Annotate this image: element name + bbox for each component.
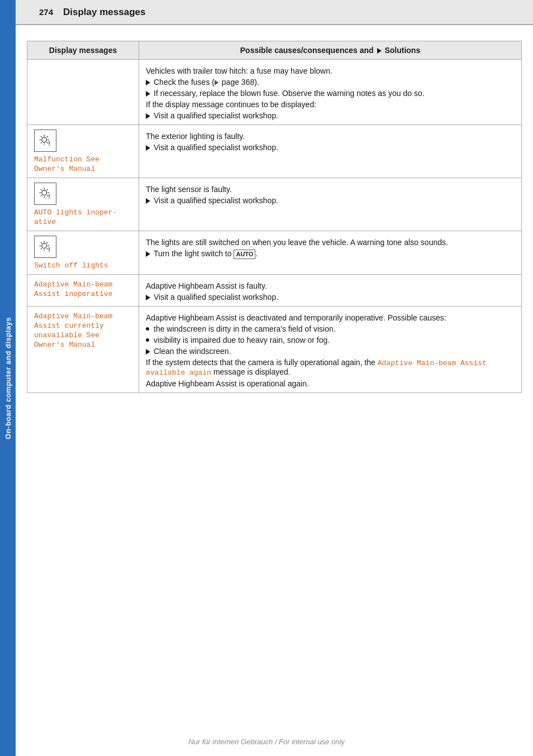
display-cell-switchOffLights: ! Switch off lights — [27, 231, 139, 275]
page-triangle-icon — [215, 80, 218, 85]
mono-switchOffLights: Switch off lights — [34, 261, 108, 270]
arrow-icon — [146, 295, 150, 300]
sidebar-label: On-board computer and displays — [4, 317, 12, 439]
arrow-icon — [146, 80, 150, 85]
para-malfunction-1: The exterior lighting is faulty. — [146, 132, 515, 141]
para-adaptiveCurr-5: If the system detects that the camera is… — [146, 358, 515, 377]
switch-off-lights-text: Switch off lights — [34, 260, 132, 270]
page-number: 274 — [39, 7, 53, 17]
svg-text:!: ! — [48, 140, 50, 147]
malfunction-text: Malfunction SeeOwner's Manual — [34, 154, 132, 173]
para-trailerFuse-3: If necessary, replace the blown fuse. Ob… — [146, 89, 515, 98]
para-adaptiveCurr-1: Adaptive Highbeam Assist is deactivated … — [146, 313, 515, 322]
text-adaptiveInop-2: Visit a qualified specialist workshop. — [154, 293, 278, 302]
para-autoLights-1: The light sensor is faulty. — [146, 185, 515, 194]
mono-autoLights: AUTO lights inoper-ative — [34, 208, 117, 226]
text-switchOffLights-2: Turn the light switch to AUTO. — [154, 249, 258, 259]
causes-cell-trailerFuse: Vehicles with trailer tow hitch: a fuse … — [139, 60, 522, 125]
display-cell-adaptiveCurrUnavail: Adaptive Main-beamAssist currentlyunavai… — [27, 307, 139, 393]
para-adaptiveCurr-6: Adaptive Highbeam Assist is operational … — [146, 379, 515, 388]
svg-line-5 — [41, 136, 42, 137]
light-icon-box: ! — [34, 130, 56, 152]
footer: Nur für internen Gebrauch / For internal… — [0, 738, 533, 746]
text-adaptiveCurr-4: Clean the windscreen. — [154, 347, 231, 356]
arrow-icon — [146, 91, 150, 97]
auto-badge: AUTO — [234, 250, 255, 259]
para-adaptiveCurr-3: visibility is impaired due to heavy rain… — [146, 336, 515, 344]
para-adaptiveCurr-2: the windscreen is dirty in the camera's … — [146, 324, 515, 333]
dot-icon — [146, 327, 149, 331]
switch-off-lights-sun-icon: ! — [37, 239, 53, 255]
mono-availableAgain: Adaptive Main-beam Assist available agai… — [146, 359, 487, 377]
svg-line-28 — [41, 248, 42, 250]
text-autoLights-2: Visit a qualified specialist workshop. — [154, 196, 278, 205]
main-content: Display messages Possible causes/consequ… — [16, 25, 533, 393]
causes-cell-adaptiveCurrUnavail: Adaptive Highbeam Assist is deactivated … — [139, 307, 522, 393]
mono-adaptiveInop: Adaptive Main-beamAssist inoperative — [34, 280, 112, 298]
table-row: Vehicles with trailer tow hitch: a fuse … — [27, 60, 522, 125]
svg-line-18 — [41, 195, 42, 197]
svg-line-26 — [47, 248, 48, 250]
svg-point-20 — [42, 243, 47, 248]
auto-lights-text: AUTO lights inoper-ative — [34, 207, 132, 226]
page-header: 274 Display messages — [0, 0, 533, 25]
display-cell-trailerFuse — [27, 60, 139, 125]
arrow-icon — [146, 349, 150, 355]
para-switchOffLights-2: Turn the light switch to AUTO. — [146, 249, 515, 259]
table-header-row: Display messages Possible causes/consequ… — [27, 41, 522, 60]
svg-text:!: ! — [48, 246, 50, 253]
para-malfunction-2: Visit a qualified specialist workshop. — [146, 143, 515, 152]
causes-cell-switchOffLights: The lights are still switched on when yo… — [139, 231, 522, 275]
svg-line-15 — [41, 189, 42, 190]
text-malfunction-2: Visit a qualified specialist workshop. — [154, 143, 278, 152]
auto-lights-sun-icon: ! — [37, 186, 53, 202]
arrow-icon — [146, 113, 150, 119]
page-title: Display messages — [63, 7, 145, 18]
table-row: ! Switch off lights The lights are still… — [27, 231, 522, 275]
malfunction-sun-icon: ! — [37, 133, 53, 149]
display-cell-malfunction: ! Malfunction SeeOwner's Manual — [27, 125, 139, 178]
arrow-icon — [146, 198, 150, 204]
svg-line-27 — [47, 242, 48, 243]
para-switchOffLights-1: The lights are still switched on when yo… — [146, 238, 515, 247]
table-row: Adaptive Main-beamAssist currentlyunavai… — [27, 307, 522, 393]
display-cell-autoLights: ! AUTO lights inoper-ative — [27, 178, 139, 231]
table-row: Adaptive Main-beamAssist inoperative Ada… — [27, 275, 522, 307]
display-cell-adaptiveInop: Adaptive Main-beamAssist inoperative — [27, 275, 139, 307]
table-row: ! Malfunction SeeOwner's Manual The exte… — [27, 125, 522, 178]
svg-line-16 — [47, 195, 48, 197]
text-trailerFuse-5: Visit a qualified specialist workshop. — [154, 111, 278, 120]
col-header-causes: Possible causes/consequences and Solutio… — [139, 41, 522, 60]
mono-adaptiveCurrUnavail: Adaptive Main-beamAssist currentlyunavai… — [34, 312, 112, 349]
para-adaptiveCurr-4: Clean the windscreen. — [146, 347, 515, 356]
table-row: ! AUTO lights inoper-ative The light sen… — [27, 178, 522, 231]
switch-off-lights-icon-box: ! — [34, 236, 56, 258]
para-trailerFuse-4: If the display message continues to be d… — [146, 100, 515, 109]
svg-point-0 — [42, 137, 47, 142]
para-trailerFuse-5: Visit a qualified specialist workshop. — [146, 111, 515, 120]
sidebar: On-board computer and displays — [0, 0, 16, 756]
svg-point-10 — [42, 190, 47, 195]
svg-text:!: ! — [48, 193, 50, 200]
text-trailerFuse-2: Check the fuses ( page 368). — [154, 78, 259, 87]
arrow-icon — [146, 145, 150, 151]
causes-cell-malfunction: The exterior lighting is faulty. Visit a… — [139, 125, 522, 178]
footer-text: Nur für internen Gebrauch / For internal… — [188, 738, 345, 746]
arrow-icon — [146, 251, 150, 257]
text-adaptiveCurr-3: visibility is impaired due to heavy rain… — [154, 336, 330, 344]
svg-line-7 — [47, 136, 48, 137]
text-adaptiveCurr-2: the windscreen is dirty in the camera's … — [154, 324, 336, 333]
dot-icon — [146, 338, 149, 342]
auto-lights-icon-box: ! — [34, 183, 56, 205]
col-header-display: Display messages — [27, 41, 139, 60]
para-trailerFuse-1: Vehicles with trailer tow hitch: a fuse … — [146, 66, 515, 75]
para-adaptiveInop-1: Adaptive Highbeam Assist is faulty. — [146, 281, 515, 290]
display-messages-table: Display messages Possible causes/consequ… — [27, 41, 522, 393]
svg-line-6 — [47, 142, 48, 143]
mono-malfunction: Malfunction SeeOwner's Manual — [34, 155, 99, 173]
para-trailerFuse-2: Check the fuses ( page 368). — [146, 78, 515, 87]
para-autoLights-2: Visit a qualified specialist workshop. — [146, 196, 515, 205]
causes-cell-autoLights: The light sensor is faulty. Visit a qual… — [139, 178, 522, 231]
para-adaptiveInop-2: Visit a qualified specialist workshop. — [146, 293, 515, 302]
text-trailerFuse-3: If necessary, replace the blown fuse. Ob… — [154, 89, 425, 98]
